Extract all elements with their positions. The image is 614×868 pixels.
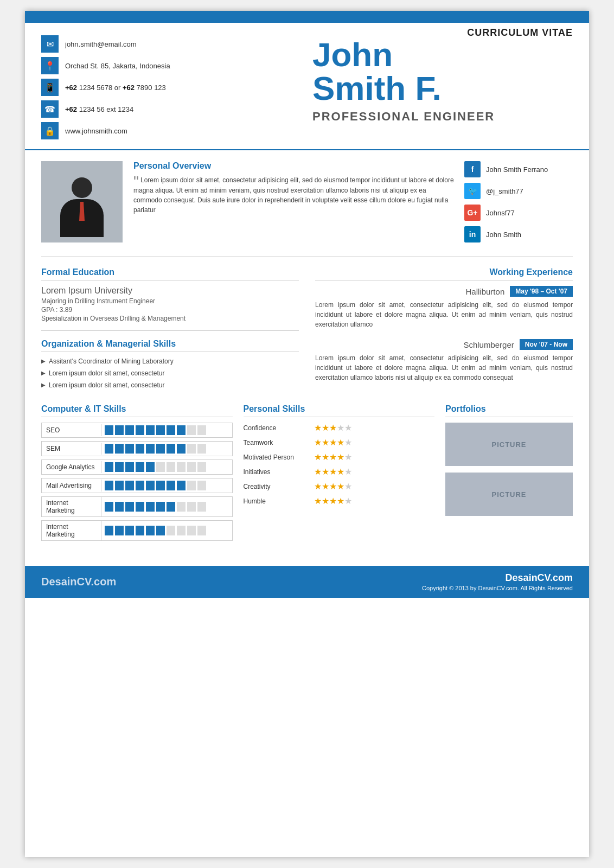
skill-bars-3 — [101, 478, 209, 493]
star-filled: ★ — [329, 423, 337, 432]
contact-phone1-row: 📱 +62 1234 5678 or +62 7890 123 — [41, 79, 302, 96]
bar-empty — [187, 481, 196, 490]
bar-filled — [115, 444, 124, 454]
phone2-text: +62 1234 56 ext 1234 — [65, 105, 133, 113]
bar-filled — [156, 481, 165, 490]
personal-skills-section: Personal Skills Confidence★★★★★Teamwork★… — [244, 404, 435, 544]
contact-email-row: ✉ john.smith@email.com — [41, 35, 302, 53]
overview-body: "Lorem ipsum dolor sit amet, consectetur… — [133, 175, 456, 215]
bar-empty — [197, 444, 206, 454]
bar-empty — [197, 502, 206, 512]
bar-filled — [167, 502, 175, 512]
header-section: ✉ john.smith@email.com 📍 Orchad St. 85, … — [25, 23, 589, 150]
skill-bars-4 — [101, 500, 209, 514]
social-linkedin: in John Smith — [464, 226, 573, 242]
portfolios-section: Portfolios PICTURE PICTURE — [445, 404, 573, 544]
address-text: Orchad St. 85, Jakarta, Indonesia — [65, 62, 170, 70]
bar-filled — [156, 526, 165, 535]
email-icon: ✉ — [41, 35, 59, 53]
work-header-1: Halliburton May '98 – Oct '07 — [315, 286, 573, 297]
bar-empty — [197, 462, 206, 472]
bar-filled — [125, 425, 134, 435]
personal-skill-row-1: Teamwork★★★★★ — [244, 437, 435, 448]
work-desc-2: Lorem ipsum dolor sit amet, consectetur … — [315, 353, 573, 382]
bar-empty — [187, 502, 196, 512]
left-column: Formal Education Lorem Ipsum University … — [41, 267, 299, 393]
star-filled: ★ — [322, 496, 329, 506]
ps-name-1: Teamwork — [244, 439, 314, 446]
bar-filled — [105, 425, 113, 435]
star-filled: ★ — [337, 482, 344, 491]
bar-filled — [136, 481, 144, 490]
work-desc-1: Lorem ipsum dolor sit amet, consectetur … — [315, 300, 573, 329]
bar-filled — [136, 462, 144, 472]
bar-filled — [125, 481, 134, 490]
website-icon: 🔒 — [41, 122, 59, 139]
bar-filled — [156, 425, 165, 435]
social-facebook: f John Smith Ferrano — [464, 161, 573, 177]
star-filled: ★ — [329, 438, 337, 447]
website-text: www.johnsmith.com — [65, 127, 127, 135]
personal-skill-row-2: Motivated Person★★★★★ — [244, 452, 435, 462]
facebook-icon: f — [464, 161, 481, 177]
edu-specialization: Spesialization in Overseas Drilling & Ma… — [41, 315, 299, 322]
contact-phone2-row: ☎ +62 1234 56 ext 1234 — [41, 100, 302, 118]
footer-brand: DesainCV.com — [41, 576, 116, 588]
bar-empty — [197, 526, 206, 535]
organization-section: Organization & Managerial Skills ▶ Assit… — [41, 339, 299, 389]
personal-skill-row-5: Humble★★★★★ — [244, 496, 435, 506]
bar-filled — [125, 526, 134, 535]
org-arrow-2: ▶ — [41, 370, 46, 376]
star-filled: ★ — [337, 452, 344, 462]
personal-overview-section: Personal Overview "Lorem ipsum dolor sit… — [41, 161, 573, 257]
bar-empty — [187, 444, 196, 454]
education-title: Formal Education — [41, 267, 299, 280]
phone2-icon: ☎ — [41, 100, 59, 118]
bar-filled — [146, 444, 155, 454]
company-2: Schlumberger — [463, 340, 514, 349]
name-section: John Smith F. PROFESSIONAL ENGINEER — [302, 33, 573, 144]
bar-empty — [156, 462, 165, 472]
bar-filled — [136, 502, 144, 512]
computer-skills-section: Computer & IT Skills SEOSEMGoogle Analyt… — [41, 404, 233, 544]
twitter-handle: @j_smith77 — [486, 187, 523, 195]
bar-filled — [105, 502, 113, 512]
star-empty: ★ — [344, 452, 352, 462]
star-filled: ★ — [337, 438, 344, 447]
star-filled: ★ — [322, 438, 329, 447]
star-filled: ★ — [329, 467, 337, 476]
skill-name-5: Internet Marketing — [42, 521, 101, 540]
star-filled: ★ — [322, 452, 329, 462]
google-name: Johnsf77 — [486, 209, 515, 217]
skill-bars-1 — [101, 442, 209, 456]
computer-skills-title: Computer & IT Skills — [41, 404, 233, 417]
work-entry-1: Halliburton May '98 – Oct '07 Lorem ipsu… — [315, 286, 573, 329]
star-filled: ★ — [329, 452, 337, 462]
stars-3: ★★★★★ — [314, 467, 352, 477]
stars-2: ★★★★★ — [314, 452, 352, 462]
ps-name-0: Confidence — [244, 424, 314, 432]
main-content: Personal Overview "Lorem ipsum dolor sit… — [25, 150, 589, 555]
skill-name-0: SEO — [42, 424, 101, 436]
phone1-text: +62 1234 5678 or +62 7890 123 — [65, 84, 166, 92]
skill-row-2: Google Analytics — [41, 459, 233, 475]
bar-filled — [115, 462, 124, 472]
star-filled: ★ — [337, 467, 344, 476]
bar-filled — [177, 444, 186, 454]
bar-empty — [177, 526, 186, 535]
org-arrow-3: ▶ — [41, 382, 46, 388]
contact-address-row: 📍 Orchad St. 85, Jakarta, Indonesia — [41, 57, 302, 74]
facebook-name: John Smith Ferrano — [486, 165, 548, 174]
ps-name-2: Motivated Person — [244, 454, 314, 461]
bar-filled — [146, 502, 155, 512]
bar-filled — [115, 526, 124, 535]
overview-text-section: Personal Overview "Lorem ipsum dolor sit… — [133, 161, 464, 248]
bar-filled — [125, 502, 134, 512]
skill-name-1: SEM — [42, 443, 101, 455]
bar-empty — [197, 425, 206, 435]
bar-filled — [167, 444, 175, 454]
bar-filled — [167, 425, 175, 435]
org-item-1: ▶ Assitant's Coordinator of Mining Labor… — [41, 358, 299, 365]
personal-skills-title: Personal Skills — [244, 404, 435, 417]
star-filled: ★ — [314, 423, 322, 432]
